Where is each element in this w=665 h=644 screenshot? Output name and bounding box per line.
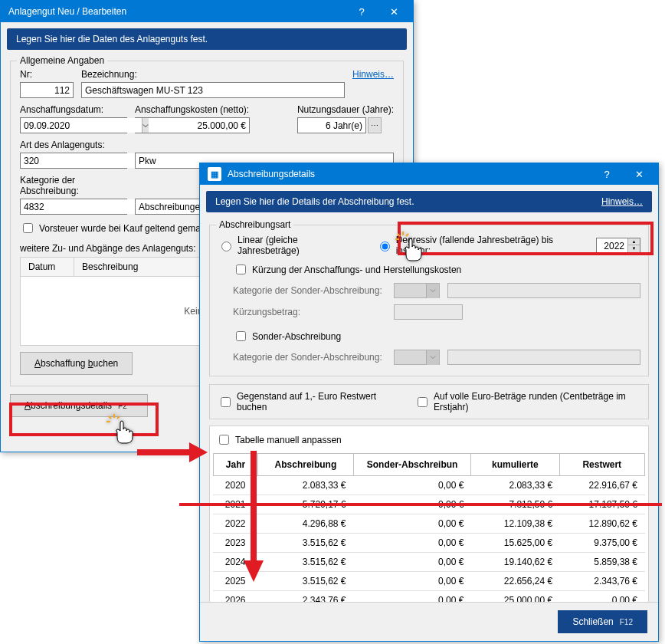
fieldset-abschreibungsart: Abschreibungsart Linear (gleiche Jahresb… [209, 225, 649, 376]
nutz-label: Nutzungsdauer (Jahre): [297, 104, 394, 115]
th-jahr[interactable]: Jahr [214, 454, 258, 475]
cell-jahr: 2025 [213, 572, 257, 590]
radio-degressiv[interactable]: Degressiv (fallende Jahresbeträge) bis i… [376, 235, 565, 256]
schliessen-button[interactable]: Schließen F12 [558, 610, 647, 633]
cell-abschreibung: 2.083,33 € [257, 476, 353, 495]
options-box: Gegenstand auf 1,- Euro Restwert buchen … [209, 384, 649, 419]
abschaffung-button[interactable]: Abschaffung buchen [20, 352, 133, 375]
cell-abschreibung: 3.515,62 € [257, 572, 353, 590]
kuerzung-checkbox[interactable]: Kürzung der Anschaffungs- und Herstellun… [233, 262, 640, 277]
window-abschreibungsdetails: ▦ Abschreibungsdetails ? ✕ Legen Sie hie… [199, 163, 659, 642]
grid-header: Jahr Abschreibung Sonder-Abschreibun kum… [213, 453, 645, 476]
footer: Schließen F12 [200, 602, 658, 641]
cell-jahr: 2022 [213, 514, 257, 533]
window-title: Abschreibungsdetails [228, 169, 591, 179]
table-row[interactable]: 20233.515,62 €0,00 €15.625,00 €9.375,00 … [213, 534, 645, 553]
grid-body: 20202.083,33 €0,00 €2.083,33 €22.916,67 … [213, 476, 645, 610]
bezeichnung-input[interactable] [81, 82, 345, 98]
cell-sonder: 0,00 € [354, 572, 472, 590]
cell-kumulierte: 22.656,24 € [471, 572, 560, 590]
th-restwert[interactable]: Restwert [560, 454, 644, 475]
instruction-banner: Legen Sie hier die Daten des Anlagenguts… [7, 28, 407, 50]
fieldset-legend: Allgemeine Angaben [17, 55, 107, 66]
th-datum[interactable]: Datum [21, 258, 74, 276]
help-button[interactable]: ? [591, 163, 623, 185]
cell-restwert: 12.890,62 € [560, 514, 645, 533]
sonder-checkbox[interactable]: Sonder-Abschreibung [233, 329, 640, 343]
cell-restwert: 22.916,67 € [560, 476, 645, 495]
cell-kumulierte: 19.140,62 € [471, 553, 560, 571]
kat-sonder-text [447, 283, 640, 298]
cell-kumulierte: 15.625,00 € [471, 534, 560, 552]
close-button[interactable]: ✕ [623, 163, 655, 185]
table-row[interactable]: 20243.515,62 €0,00 €19.140,62 €5.859,38 … [213, 553, 645, 572]
help-button[interactable]: ? [346, 1, 378, 22]
bezeichnung-label: Bezeichnung: [81, 69, 345, 80]
cell-kumulierte: 12.109,38 € [471, 514, 560, 533]
instruction-banner: Legen Sie hier die Details der Abschreib… [206, 191, 652, 212]
cell-abschreibung: 3.515,62 € [257, 553, 353, 571]
cell-restwert: 5.859,38 € [560, 553, 645, 571]
depreciation-table: Tabelle manuell anpassen Jahr Abschreibu… [209, 426, 649, 616]
kat-code-select[interactable] [20, 199, 127, 215]
table-row[interactable]: 20253.515,62 €0,00 €22.656,24 €2.343,76 … [213, 572, 645, 591]
kosten-label: Anschaffungskosten (netto): [135, 104, 250, 115]
kat-sonder-select [394, 283, 440, 298]
cell-sonder: 0,00 € [354, 553, 472, 571]
cell-abschreibung: 4.296,88 € [257, 514, 353, 533]
chevron-down-icon[interactable] [142, 118, 149, 133]
art-legend: Abschreibungsart [216, 219, 293, 230]
cell-sonder: 0,00 € [354, 534, 472, 552]
cell-jahr: 2021 [213, 495, 257, 514]
art-code-select[interactable] [20, 153, 127, 169]
table-row[interactable]: 20224.296,88 €0,00 €12.109,38 €12.890,62… [213, 514, 645, 534]
art-label: Art des Anlagenguts: [20, 140, 127, 150]
spinner-down-icon[interactable]: ▼ [628, 245, 640, 252]
dots-button[interactable]: ⋯ [368, 117, 382, 133]
kat-label: Kategorie der Abschreibung: [20, 175, 127, 196]
chevron-down-icon [426, 350, 439, 365]
titlebar[interactable]: ▦ Abschreibungsdetails ? ✕ [200, 163, 658, 185]
cell-abschreibung: 3.515,62 € [257, 534, 353, 552]
table-row[interactable]: 20215.729,17 €0,00 €7.812,50 €17.187,50 … [213, 495, 645, 514]
hinweis-link[interactable]: Hinweis… [601, 196, 643, 207]
close-button[interactable]: ✕ [378, 1, 410, 22]
kosten-input[interactable] [135, 117, 250, 133]
spinner-up-icon[interactable]: ▲ [628, 238, 640, 245]
nutz-input[interactable] [297, 117, 366, 133]
cell-kumulierte: 2.083,33 € [471, 476, 560, 495]
window-title: Anlagengut Neu / Bearbeiten [8, 6, 346, 17]
restwert-checkbox[interactable]: Gegenstand auf 1,- Euro Restwert buchen [218, 391, 391, 412]
kuerz-betrag-label: Kürzungsbetrag: [233, 307, 386, 317]
cell-restwert: 9.375,00 € [560, 534, 645, 552]
abschreibungsdetails-button[interactable]: Abschreibungsdetails F2 [10, 394, 148, 417]
cell-sonder: 0,00 € [354, 514, 472, 533]
hinweis-link[interactable]: Hinweis… [352, 69, 394, 80]
cell-restwert: 2.343,76 € [560, 572, 645, 590]
cell-jahr: 2020 [213, 476, 257, 495]
app-icon: ▦ [208, 167, 221, 181]
manuell-checkbox[interactable]: Tabelle manuell anpassen [216, 432, 645, 447]
radio-linear[interactable]: Linear (gleiche Jahresbeträge) [218, 235, 346, 256]
anschaffdat-input[interactable] [20, 117, 127, 133]
kat-sonder-select2 [394, 350, 440, 365]
runden-checkbox[interactable]: Auf volle Euro-Beträge runden (Centbeträ… [414, 391, 640, 412]
kat-sonder-text2 [447, 350, 640, 365]
degressiv-year-spinner[interactable]: ▲ ▼ [596, 238, 640, 254]
nr-input[interactable] [20, 82, 74, 98]
th-abschreibung[interactable]: Abschreibung [258, 454, 354, 475]
cell-abschreibung: 5.729,17 € [257, 495, 353, 514]
kat-sonder-label2: Kategorie der Sonder-Abschreibung: [233, 352, 386, 363]
cell-jahr: 2024 [213, 553, 257, 571]
kuerz-betrag-input [394, 304, 463, 320]
cell-sonder: 0,00 € [354, 476, 472, 495]
titlebar[interactable]: Anlagengut Neu / Bearbeiten ? ✕ [1, 1, 413, 22]
cell-kumulierte: 7.812,50 € [471, 495, 560, 514]
nr-label: Nr: [20, 69, 74, 80]
th-kumulierte[interactable]: kumulierte [471, 454, 559, 475]
kat-sonder-label: Kategorie der Sonder-Abschreibung: [233, 285, 386, 296]
table-row[interactable]: 20202.083,33 €0,00 €2.083,33 €22.916,67 … [213, 476, 645, 495]
cell-restwert: 17.187,50 € [560, 495, 645, 514]
anschaffdat-label: Anschaffungsdatum: [20, 104, 127, 115]
th-sonder[interactable]: Sonder-Abschreibun [354, 454, 471, 475]
